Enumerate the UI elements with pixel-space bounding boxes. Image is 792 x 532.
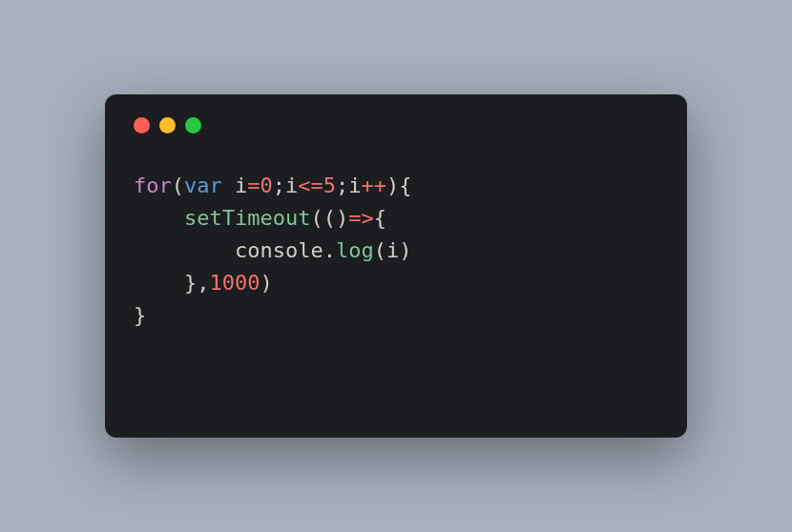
maximize-icon[interactable]: [185, 117, 201, 133]
token-punct: ): [260, 271, 272, 295]
token-var: var: [184, 174, 222, 197]
token-punct: (: [172, 174, 184, 197]
token-punct: ): [399, 238, 411, 262]
minimize-icon[interactable]: [159, 117, 176, 133]
token-punct: .: [323, 238, 336, 262]
token-ident: i: [348, 174, 361, 197]
token-punct: },: [134, 271, 209, 295]
token-num: 0: [261, 174, 273, 197]
code-snippet: for(var i=0;i<=5;i++){ setTimeout(()=>{ …: [134, 170, 658, 332]
token-punct: (: [374, 238, 386, 262]
token-punct: [222, 174, 235, 197]
token-punct: }: [134, 303, 146, 327]
token-punct: ;: [336, 174, 348, 197]
token-punct: ((): [310, 206, 348, 230]
token-punct: ;: [273, 174, 285, 197]
token-punct: ){: [386, 174, 412, 197]
token-op: =>: [348, 206, 374, 230]
token-kw: for: [134, 174, 172, 197]
token-punct: {: [374, 206, 386, 230]
window-titlebar: [134, 117, 658, 133]
token-punct: [134, 206, 184, 230]
code-window: for(var i=0;i<=5;i++){ setTimeout(()=>{ …: [105, 94, 687, 438]
token-punct: [134, 238, 235, 262]
token-ident: i: [386, 238, 399, 262]
token-op: =: [247, 174, 260, 197]
token-method: log: [336, 238, 374, 262]
token-num: 1000: [209, 271, 260, 295]
token-fn: setTimeout: [184, 206, 310, 230]
token-ident: i: [235, 174, 247, 197]
close-icon[interactable]: [134, 117, 150, 133]
token-op: <=: [298, 174, 323, 197]
token-num: 5: [323, 174, 336, 197]
token-ident: i: [285, 174, 298, 197]
token-obj: console: [235, 238, 323, 262]
token-op: ++: [362, 174, 387, 197]
